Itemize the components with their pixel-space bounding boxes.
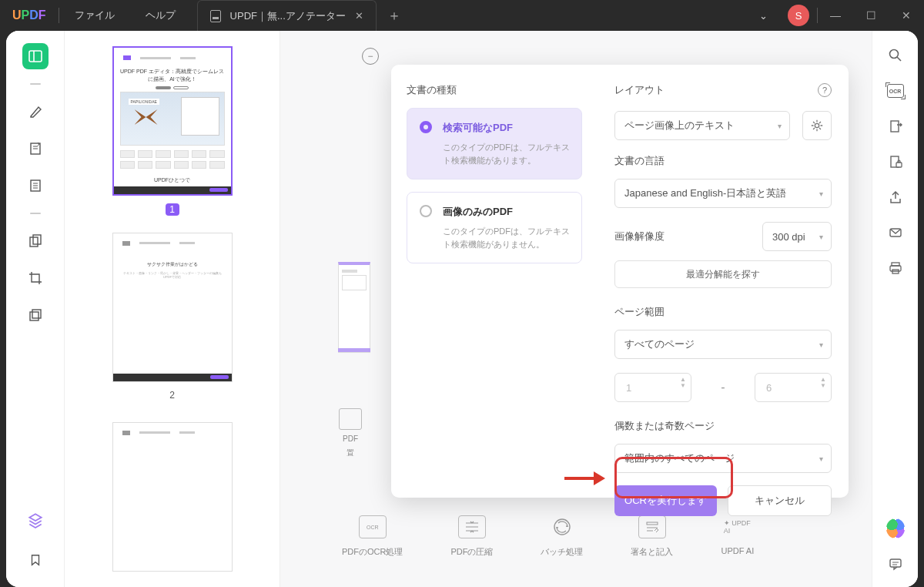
- radio-searchable-pdf[interactable]: 検索可能なPDF このタイプのPDFは、フルテキスト検索機能があります。: [407, 108, 582, 179]
- updf-ai-icon[interactable]: [886, 519, 905, 538]
- collapse-panel-icon[interactable]: −: [362, 48, 379, 65]
- note-tool-icon[interactable]: [22, 136, 49, 162]
- range-to-input[interactable]: 6▲▼: [755, 373, 832, 402]
- layers-tool-icon[interactable]: [22, 302, 49, 328]
- feature-compress[interactable]: PDFの圧縮: [450, 515, 493, 558]
- layout-settings-button[interactable]: [802, 111, 832, 140]
- range-from-input[interactable]: 1▲▼: [614, 373, 691, 402]
- svg-rect-26: [890, 559, 901, 567]
- page-range-select-value: すべてのページ: [624, 337, 695, 351]
- stack-icon[interactable]: [22, 507, 49, 533]
- user-avatar[interactable]: S: [788, 5, 809, 26]
- svg-rect-10: [33, 235, 41, 244]
- feature-row: OCR PDFのOCR処理 PDFの圧縮 バッチ処理 署名と記入 ✦ UPDF …: [342, 515, 754, 558]
- layout-select-value: ページ画像上のテキスト: [624, 119, 735, 132]
- compress-icon: [458, 515, 486, 538]
- thumb-title: UPDF PDF エディタ：高精度でシームレスに描画、AIで強化！: [120, 68, 225, 83]
- svg-rect-21: [896, 163, 902, 167]
- odd-even-select-value: 範囲内のすべてのページ: [624, 451, 735, 465]
- page-number-1: 1: [166, 203, 179, 215]
- close-tab-icon[interactable]: ✕: [355, 10, 363, 22]
- svg-rect-14: [647, 522, 658, 525]
- range-dash: -: [721, 381, 725, 394]
- bookmark-icon[interactable]: [22, 547, 49, 573]
- svg-rect-0: [29, 51, 42, 62]
- language-select[interactable]: Japanese and English-日本語と英語: [614, 179, 832, 208]
- language-select-value: Japanese and English-日本語と英語: [624, 186, 786, 200]
- left-toolbar: [6, 31, 65, 587]
- svg-point-17: [889, 50, 898, 59]
- cancel-button[interactable]: キャンセル: [728, 485, 832, 516]
- butterfly-icon: [135, 109, 158, 125]
- radio-image-only-pdf[interactable]: 画像のみのPDF このタイプのPDFは、フルテキスト検索機能がありません。: [407, 192, 582, 263]
- radio-icon: [420, 205, 432, 217]
- feature-pdfa[interactable]: PDF 置: [339, 408, 362, 458]
- ai-icon: ✦ UPDF AI: [724, 515, 752, 538]
- svg-rect-19: [891, 121, 899, 132]
- feature-ocr-label: PDFのOCR処理: [342, 546, 403, 558]
- odd-even-select[interactable]: 範囲内のすべてのページ: [614, 444, 832, 473]
- page-tool-icon[interactable]: [22, 173, 49, 199]
- ocr-dialog: 文書の種類 検索可能なPDF このタイプのPDFは、フルテキスト検索機能がありま…: [391, 65, 849, 498]
- layout-select[interactable]: ページ画像上のテキスト: [614, 111, 790, 140]
- language-title: 文書の言語: [614, 154, 832, 168]
- ocr-icon: OCR: [359, 515, 387, 538]
- svg-point-29: [815, 123, 819, 127]
- panel-toggle-icon[interactable]: [22, 43, 49, 69]
- feature-pdfa-label1: PDF: [343, 434, 358, 443]
- radio-searchable-desc: このタイプのPDFは、フルテキスト検索機能があります。: [443, 141, 571, 166]
- svg-rect-12: [32, 310, 41, 318]
- maximize-button[interactable]: ☐: [853, 0, 889, 31]
- new-tab-button[interactable]: ＋: [377, 6, 412, 25]
- export-icon[interactable]: [886, 117, 905, 136]
- ocr-tool-icon[interactable]: OCR: [886, 82, 905, 100]
- menu-file[interactable]: ファイル: [59, 8, 130, 22]
- thumbnail-page-3[interactable]: [112, 422, 233, 572]
- chevron-down-icon[interactable]: ⌄: [747, 10, 780, 22]
- svg-rect-24: [890, 266, 901, 271]
- feature-sign[interactable]: 署名と記入: [631, 515, 673, 558]
- protect-icon[interactable]: [886, 153, 905, 171]
- minimize-button[interactable]: —: [818, 0, 853, 31]
- sign-icon: [638, 515, 666, 538]
- feature-pdfa-label2: 置: [346, 448, 354, 458]
- page-preview-overlay: [338, 262, 370, 353]
- document-tab[interactable]: UPDF｜無...アノテーター ✕: [197, 0, 377, 31]
- feature-ocr[interactable]: OCR PDFのOCR処理: [342, 515, 403, 558]
- pencil-tool-icon[interactable]: [22, 99, 49, 125]
- feature-ai[interactable]: ✦ UPDF AI UPDF AI: [721, 515, 754, 558]
- page-range-select[interactable]: すべてのページ: [614, 330, 832, 359]
- thumbnails-panel: UPDF PDF エディタ：高精度でシームレスに描画、AIで強化！ PAPILI…: [65, 31, 280, 587]
- feature-ai-label: UPDF AI: [721, 546, 754, 555]
- resolution-select[interactable]: 300 dpi: [762, 222, 832, 251]
- menu-help[interactable]: ヘルプ: [130, 8, 191, 22]
- batch-icon: [548, 515, 576, 538]
- copy-pages-icon[interactable]: [22, 228, 49, 254]
- help-icon[interactable]: ?: [818, 83, 832, 97]
- email-icon[interactable]: [886, 223, 905, 242]
- share-icon[interactable]: [886, 188, 905, 206]
- tab-title: UPDF｜無...アノテーター: [230, 9, 346, 23]
- range-from-value: 1: [626, 382, 631, 394]
- radio-icon: [420, 121, 432, 133]
- radio-image-title: 画像のみのPDF: [443, 205, 571, 219]
- chat-icon[interactable]: [886, 555, 905, 573]
- resolution-title: 画像解像度: [614, 230, 665, 243]
- doc-type-title: 文書の種類: [407, 83, 582, 97]
- crop-tool-icon[interactable]: [22, 265, 49, 291]
- feature-batch[interactable]: バッチ処理: [541, 515, 583, 558]
- svg-line-18: [897, 57, 901, 61]
- resolution-select-value: 300 dpi: [772, 231, 805, 243]
- range-to-value: 6: [766, 382, 772, 394]
- search-icon[interactable]: [886, 46, 905, 65]
- thumbnail-page-2[interactable]: サクサク作業がはかどる テキスト・画像・リンク・透かし・背景・ヘッダー・フッター…: [112, 233, 233, 382]
- svg-rect-9: [30, 237, 38, 247]
- feature-batch-label: バッチ処理: [541, 546, 583, 558]
- find-best-resolution-button[interactable]: 最適分解能を探す: [614, 260, 832, 288]
- titlebar: UPDF ファイル ヘルプ UPDF｜無...アノテーター ✕ ＋ ⌄ S — …: [0, 0, 924, 31]
- execute-ocr-button[interactable]: OCRを実行します: [614, 485, 717, 516]
- close-window-button[interactable]: ✕: [889, 0, 924, 31]
- print-icon[interactable]: [886, 259, 905, 277]
- feature-compress-label: PDFの圧縮: [450, 546, 493, 558]
- thumbnail-page-1[interactable]: UPDF PDF エディタ：高精度でシームレスに描画、AIで強化！ PAPILI…: [112, 46, 233, 196]
